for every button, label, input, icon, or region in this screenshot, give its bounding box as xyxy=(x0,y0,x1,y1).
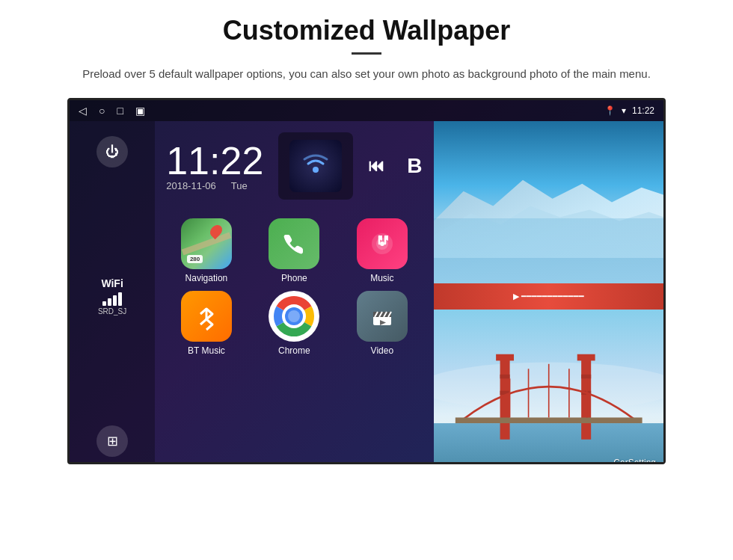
svg-rect-23 xyxy=(500,358,509,440)
status-right: 📍 ▾ 11:22 xyxy=(604,105,654,116)
svg-rect-27 xyxy=(500,375,509,378)
radio-signal-svg xyxy=(297,147,334,185)
player-bar: ▶ ━━━━━━━━━━━━ xyxy=(513,292,584,301)
player-bar-label: ▶ ━━━━━━━━━━━━ xyxy=(513,292,584,301)
svg-rect-26 xyxy=(577,354,595,361)
clock-area: 11:22 2018-11-06 Tue xyxy=(166,129,422,203)
screenshot-icon[interactable]: ▣ xyxy=(135,105,145,117)
navigation-icon: 280 xyxy=(181,218,232,269)
wifi-widget: WiFi SRD_SJ xyxy=(98,277,126,316)
phone-icon xyxy=(269,218,319,269)
svg-rect-19 xyxy=(434,258,663,283)
bt-music-label: BT Music xyxy=(188,345,225,356)
wallpaper-bottom[interactable]: CarSetting xyxy=(434,310,663,464)
app-item-navigation[interactable]: 280 Navigation xyxy=(166,218,246,283)
carsetting-label: CarSetting xyxy=(613,458,656,464)
recent-icon[interactable]: □ xyxy=(117,105,123,117)
svg-point-3 xyxy=(380,241,384,246)
nav-icons: ◁ ○ □ ▣ xyxy=(79,105,145,117)
phone-label: Phone xyxy=(281,273,307,283)
app-item-chrome[interactable]: Chrome xyxy=(254,291,334,356)
bt-music-icon xyxy=(181,291,232,342)
video-svg xyxy=(367,301,397,331)
clock-day-value: Tue xyxy=(231,180,248,191)
prev-track-icon[interactable]: ⏮ xyxy=(368,156,384,176)
media-letter-b: B xyxy=(407,154,422,178)
screen-content: ⏻ WiFi SRD_SJ ⊞ xyxy=(70,121,663,464)
wallpaper-top-svg xyxy=(434,121,663,283)
wifi-bar-1 xyxy=(102,301,106,306)
navigation-label: Navigation xyxy=(185,273,228,283)
left-sidebar: ⏻ WiFi SRD_SJ ⊞ xyxy=(70,121,155,464)
clock-date-value: 2018-11-06 xyxy=(166,180,216,191)
status-time: 11:22 xyxy=(632,105,654,116)
center-area: 11:22 2018-11-06 Tue xyxy=(155,121,433,464)
wifi-bar-3 xyxy=(113,295,117,306)
home-icon[interactable]: ○ xyxy=(99,105,105,117)
right-panels: ▶ ━━━━━━━━━━━━ xyxy=(434,121,663,464)
location-icon: 📍 xyxy=(604,105,616,116)
music-label: Music xyxy=(370,273,393,283)
media-controls: ⏮ B xyxy=(368,154,422,178)
chrome-icon xyxy=(269,291,319,342)
app-item-video[interactable]: Video xyxy=(342,291,422,356)
android-screen: ◁ ○ □ ▣ 📍 ▾ 11:22 ⏻ WiFi xyxy=(67,98,666,464)
chrome-svg xyxy=(271,293,317,339)
wifi-label: WiFi xyxy=(98,277,126,289)
video-icon xyxy=(357,291,408,342)
clock-widget: 11:22 2018-11-06 Tue xyxy=(166,141,263,191)
wallpaper-middle: ▶ ━━━━━━━━━━━━ xyxy=(434,283,663,310)
app-item-bt-music[interactable]: BT Music xyxy=(166,291,246,356)
video-label: Video xyxy=(371,345,393,356)
power-icon: ⏻ xyxy=(105,144,119,160)
clock-time: 11:22 xyxy=(166,141,263,180)
page-title: Customized Wallpaper xyxy=(223,15,511,46)
apps-grid-icon: ⊞ xyxy=(107,433,118,449)
wifi-bar-4 xyxy=(118,292,122,306)
nav-badge: 280 xyxy=(187,255,203,263)
bt-svg xyxy=(191,301,221,331)
power-button[interactable]: ⏻ xyxy=(96,136,128,167)
music-icon xyxy=(357,218,408,269)
music-svg xyxy=(367,229,397,259)
wifi-ssid: SRD_SJ xyxy=(98,307,126,316)
svg-point-0 xyxy=(313,167,319,173)
radio-icon xyxy=(289,140,342,192)
svg-rect-25 xyxy=(496,354,514,361)
page-container: Customized Wallpaper Preload over 5 defa… xyxy=(0,0,733,560)
svg-rect-28 xyxy=(581,375,591,378)
page-subtitle: Preload over 5 default wallpaper options… xyxy=(82,65,651,83)
status-bar: ◁ ○ □ ▣ 📍 ▾ 11:22 xyxy=(70,100,663,121)
svg-point-6 xyxy=(205,318,208,321)
svg-rect-24 xyxy=(581,358,591,440)
svg-rect-31 xyxy=(455,418,642,424)
app-item-phone[interactable]: Phone xyxy=(254,218,334,283)
wifi-bar-2 xyxy=(108,298,111,306)
nav-road xyxy=(182,233,232,256)
svg-point-10 xyxy=(288,310,300,322)
app-grid: 280 Navigation Phone xyxy=(166,218,422,356)
wallpaper-bottom-svg xyxy=(434,310,663,464)
back-icon[interactable]: ◁ xyxy=(79,105,87,117)
wifi-bars xyxy=(98,292,126,306)
wallpaper-top[interactable] xyxy=(434,121,663,283)
wifi-icon: ▾ xyxy=(622,105,626,116)
chrome-label: Chrome xyxy=(278,345,310,356)
phone-svg xyxy=(279,229,309,259)
app-item-music[interactable]: Music xyxy=(342,218,422,283)
apps-button[interactable]: ⊞ xyxy=(96,425,128,457)
radio-icon-container xyxy=(278,132,353,200)
title-divider xyxy=(352,52,381,55)
